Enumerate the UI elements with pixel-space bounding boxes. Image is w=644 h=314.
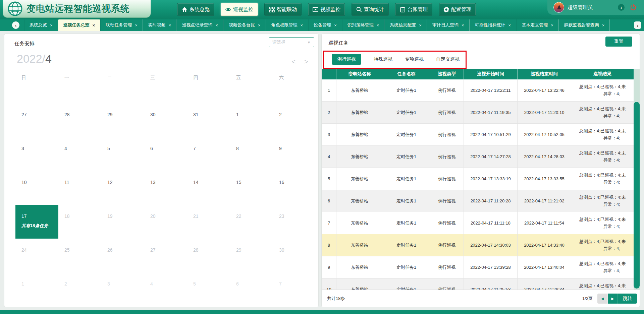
close-icon[interactable]	[551, 23, 553, 27]
calendar-day-cell[interactable]: 28	[187, 239, 230, 272]
calendar-day-cell[interactable]: 3	[15, 137, 58, 171]
table-row[interactable]: 5 东善桥站 定时任务1 例行巡视 2022-04-17 13:33:19 20…	[322, 168, 640, 190]
calendar-day-cell[interactable]: 26	[101, 239, 144, 272]
calendar-day-cell[interactable]: 1	[15, 272, 58, 306]
nav-smart-linkage[interactable]: 智能联动	[264, 3, 302, 16]
calendar-day-cell[interactable]: 25	[58, 239, 101, 272]
table-row[interactable]: 7 东善桥站 定时任务1 例行巡视 2022-04-17 11:11:18 20…	[322, 212, 640, 234]
tab-item[interactable]: 审计日志查询	[427, 19, 470, 31]
calendar-day-cell[interactable]: 5	[101, 137, 144, 171]
calendar-day-cell[interactable]: 2	[273, 103, 316, 137]
nav-query-statistics[interactable]: 查询统计	[352, 3, 389, 16]
nav-ledger-management[interactable]: 台账管理	[395, 3, 432, 16]
table-row[interactable]: 6 东善桥站 定时任务1 例行巡视 2022-04-17 11:20:28 20…	[322, 190, 640, 212]
tab-item[interactable]: 联动任务管理	[100, 19, 143, 31]
calendar-day-cell[interactable]: 27	[15, 103, 58, 137]
table-row[interactable]: 3 东善桥站 定时任务1 例行巡视 2022-04-17 10:51:29 20…	[322, 124, 640, 146]
calendar-day-cell[interactable]: 31	[187, 103, 230, 137]
calendar-day-cell[interactable]: 7	[187, 137, 230, 171]
calendar-day-cell[interactable]: 19	[101, 205, 144, 239]
nav-inspection-monitor[interactable]: 巡视监控	[221, 3, 258, 16]
filter-button[interactable]: 专项巡视	[405, 56, 424, 62]
prev-page-button[interactable]	[597, 294, 607, 304]
filter-button[interactable]: 自定义巡视	[436, 56, 460, 62]
calendar-day-cell[interactable]: 16	[273, 171, 316, 205]
table-row[interactable]: 8 东善桥站 定时任务1 例行巡视 2022-04-17 14:30:03 20…	[322, 234, 640, 256]
close-icon[interactable]	[419, 23, 422, 27]
reset-button[interactable]: 重置	[605, 37, 632, 47]
tab-item[interactable]: 系统总览	[24, 19, 58, 31]
calendar-day-cell[interactable]: 4	[58, 137, 101, 171]
table-row[interactable]: 2 东善桥站 定时任务1 例行巡视 2022-04-17 11:19:35 20…	[322, 102, 640, 124]
calendar-day-cell[interactable]: 13	[144, 171, 187, 205]
calendar-day-cell[interactable]: 6	[230, 272, 273, 306]
tab-item[interactable]: 系统信息配置	[384, 19, 427, 31]
close-icon[interactable]	[334, 23, 337, 27]
calendar-day-cell[interactable]: 21	[187, 205, 230, 239]
station-select[interactable]: 请选择	[269, 37, 314, 47]
calendar-day-cell[interactable]: 18	[58, 205, 101, 239]
close-icon[interactable]	[215, 23, 218, 27]
calendar-day-cell[interactable]: 6	[144, 137, 187, 171]
calendar-day-cell[interactable]: 27	[144, 239, 187, 272]
calendar-day-cell[interactable]: 23	[273, 205, 316, 239]
nav-system-overview[interactable]: 系统总览	[177, 3, 214, 16]
table-scrollbar-thumb[interactable]	[634, 102, 640, 289]
close-icon[interactable]	[135, 23, 138, 27]
calendar-day-cell[interactable]: 8	[230, 137, 273, 171]
tab-item[interactable]: 视频设备台账	[223, 19, 266, 31]
close-icon[interactable]	[508, 23, 511, 27]
calendar-day-cell[interactable]: 28	[58, 103, 101, 137]
calendar-day-cell[interactable]: 30	[144, 103, 187, 137]
table-row[interactable]: 1 东善桥站 定时任务1 例行巡视 2022-04-17 13:22:11 20…	[322, 79, 640, 102]
close-icon[interactable]	[462, 23, 464, 27]
close-icon[interactable]	[377, 23, 379, 27]
filter-button[interactable]: 特殊巡视	[374, 56, 392, 62]
table-row[interactable]: 10 东善桥站 定时任务1 例行巡视 2022-04-17 11:25:58 2…	[322, 278, 640, 290]
tab-item[interactable]: 实时视频	[143, 19, 177, 31]
close-icon[interactable]	[93, 23, 95, 27]
close-icon[interactable]	[50, 23, 53, 27]
calendar-day-cell[interactable]: 1	[230, 103, 273, 137]
tab-scroll-left-button[interactable]: ‹	[12, 21, 19, 29]
calendar-day-cell[interactable]: 20	[144, 205, 187, 239]
calendar-day-cell[interactable]: 24	[15, 239, 58, 272]
close-icon[interactable]	[301, 23, 303, 27]
calendar-day-cell[interactable]: 12	[101, 171, 144, 205]
table-row[interactable]: 4 东善桥站 定时任务1 例行巡视 2022-04-17 14:27:28 20…	[322, 146, 640, 168]
power-icon[interactable]	[630, 4, 637, 11]
calendar-day-cell[interactable]: 9	[273, 137, 316, 171]
calendar-day-cell[interactable]: 17 共有18条任务	[15, 205, 58, 239]
tab-item[interactable]: 巡视任务总览	[58, 19, 101, 31]
calendar-next-month-icon[interactable]	[303, 58, 310, 66]
close-icon[interactable]	[258, 23, 261, 27]
calendar-day-cell[interactable]: 2	[58, 272, 101, 306]
calendar-day-cell[interactable]: 29	[230, 239, 273, 272]
tab-item[interactable]: 识别策略管理	[342, 19, 385, 31]
calendar-day-cell[interactable]: 15	[230, 171, 273, 205]
calendar-day-cell[interactable]: 3	[101, 272, 144, 306]
calendar-day-cell[interactable]: 30	[273, 239, 316, 272]
avatar[interactable]	[553, 2, 564, 13]
filter-button[interactable]: 例行巡视	[332, 54, 361, 65]
tab-item[interactable]: 设备管理	[308, 19, 342, 31]
nav-video-monitor[interactable]: 视频监控	[308, 3, 345, 16]
tab-scroll-right-button[interactable]: ›	[634, 21, 641, 29]
calendar-day-cell[interactable]: 29	[101, 103, 144, 137]
calendar-day-cell[interactable]: 7	[273, 272, 316, 306]
calendar-day-cell[interactable]: 10	[15, 171, 58, 205]
info-icon[interactable]: i	[618, 4, 625, 11]
calendar-day-cell[interactable]: 14	[187, 171, 230, 205]
tab-item[interactable]: 静默监视告警查询	[559, 19, 610, 31]
calendar-day-cell[interactable]: 11	[58, 171, 101, 205]
tab-item[interactable]: 可靠性指标统计	[470, 19, 517, 31]
tab-item[interactable]: 巡视点记录查询	[176, 19, 223, 31]
calendar-day-cell[interactable]: 22	[230, 205, 273, 239]
tab-item[interactable]: 基本定义管理	[516, 19, 559, 31]
close-icon[interactable]	[602, 23, 605, 27]
calendar-day-cell[interactable]: 5	[187, 272, 230, 306]
calendar-day-cell[interactable]: 4	[144, 272, 187, 306]
tab-item[interactable]: 角色权限管理	[266, 19, 309, 31]
jump-button[interactable]: 跳转	[618, 294, 637, 304]
table-row[interactable]: 9 东善桥站 定时任务1 例行巡视 2022-04-17 13:39:28 20…	[322, 256, 640, 278]
